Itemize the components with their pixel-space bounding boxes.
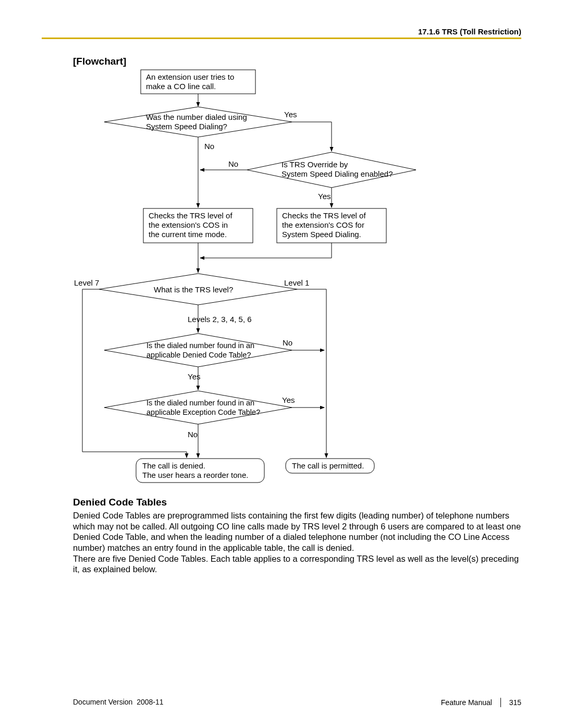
p2-line1: Checks the TRS level of bbox=[282, 211, 366, 220]
d3-left-label: Level 7 bbox=[74, 278, 99, 287]
d4-line1: Is the dialed number found in an bbox=[146, 341, 254, 350]
d1-no-label: No bbox=[204, 142, 214, 151]
d3-right-label: Level 1 bbox=[284, 278, 309, 287]
d5-line2: applicable Exception Code Table? bbox=[146, 408, 260, 416]
node-d4: Is the dialed number found in an applica… bbox=[104, 334, 292, 367]
svg-marker-7 bbox=[104, 334, 292, 367]
edge bbox=[200, 243, 332, 258]
d4-no-label: No bbox=[283, 338, 292, 347]
d2-yes-label: Yes bbox=[318, 192, 331, 201]
d2-line1: Is TRS Override by bbox=[282, 160, 348, 169]
node-p1: Checks the TRS level of the extension's … bbox=[143, 208, 253, 243]
d2-no-label: No bbox=[228, 159, 238, 168]
footer-page-number: 315 bbox=[509, 698, 521, 707]
p1-line2: the extension's COS in bbox=[149, 220, 228, 229]
footer: Document Version 2008-11 Feature Manual … bbox=[73, 698, 521, 708]
p2-line2: the extension's COS for bbox=[282, 220, 364, 229]
svg-marker-8 bbox=[104, 391, 292, 424]
edge bbox=[82, 289, 187, 458]
node-d3: What is the TRS level? bbox=[99, 274, 297, 305]
d5-yes-label: Yes bbox=[282, 396, 295, 404]
edge bbox=[292, 122, 332, 151]
node-start: An extension user tries to make a CO lin… bbox=[141, 70, 255, 94]
footer-doc-version-label: Document Version bbox=[73, 698, 132, 706]
footer-manual: Feature Manual bbox=[441, 698, 492, 707]
d4-yes-label: Yes bbox=[188, 372, 200, 381]
footer-doc-version-value: 2008-11 bbox=[137, 698, 163, 706]
page: 17.1.6 TRS (Toll Restriction) [Flowchart… bbox=[0, 0, 563, 728]
footer-separator bbox=[500, 698, 501, 707]
p1-line3: the current time mode. bbox=[149, 230, 227, 239]
d3-text: What is the TRS level? bbox=[154, 285, 233, 294]
t1-line1: The call is denied. bbox=[142, 461, 205, 470]
flowchart-svg: An extension user tries to make a CO lin… bbox=[0, 0, 563, 728]
d5-line1: Is the dialed number found in an bbox=[146, 399, 254, 407]
d5-no-label: No bbox=[188, 430, 198, 439]
node-denied: The call is denied. The user hears a reo… bbox=[136, 459, 264, 483]
t2-text: The call is permitted. bbox=[292, 461, 364, 470]
d1-yes-label: Yes bbox=[284, 110, 297, 119]
start-line2: make a CO line call. bbox=[146, 82, 216, 91]
node-p2: Checks the TRS level of the extension's … bbox=[277, 208, 386, 243]
d2-line2: System Speed Dialing enabled? bbox=[282, 169, 393, 178]
t1-line2: The user hears a reorder tone. bbox=[142, 471, 248, 479]
p1-line1: Checks the TRS level of bbox=[149, 211, 232, 220]
d3-bottom-label: Levels 2, 3, 4, 5, 6 bbox=[188, 315, 252, 324]
node-d2: Is TRS Override by System Speed Dialing … bbox=[247, 152, 416, 188]
node-permitted: The call is permitted. bbox=[286, 459, 374, 473]
edge bbox=[297, 289, 326, 458]
d1-line1: Was the number dialed using bbox=[146, 113, 247, 121]
denied-tables-title: Denied Code Tables bbox=[73, 497, 167, 508]
denied-tables-paragraph: Denied Code Tables are preprogrammed lis… bbox=[73, 510, 521, 575]
p2-line3: System Speed Dialing. bbox=[282, 230, 361, 239]
node-d1: Was the number dialed using System Speed… bbox=[104, 107, 292, 137]
start-line1: An extension user tries to bbox=[146, 72, 234, 81]
node-d5: Is the dialed number found in an applica… bbox=[104, 391, 292, 424]
d1-line2: System Speed Dialing? bbox=[146, 122, 227, 131]
d4-line2: applicable Denied Code Table? bbox=[146, 351, 251, 359]
